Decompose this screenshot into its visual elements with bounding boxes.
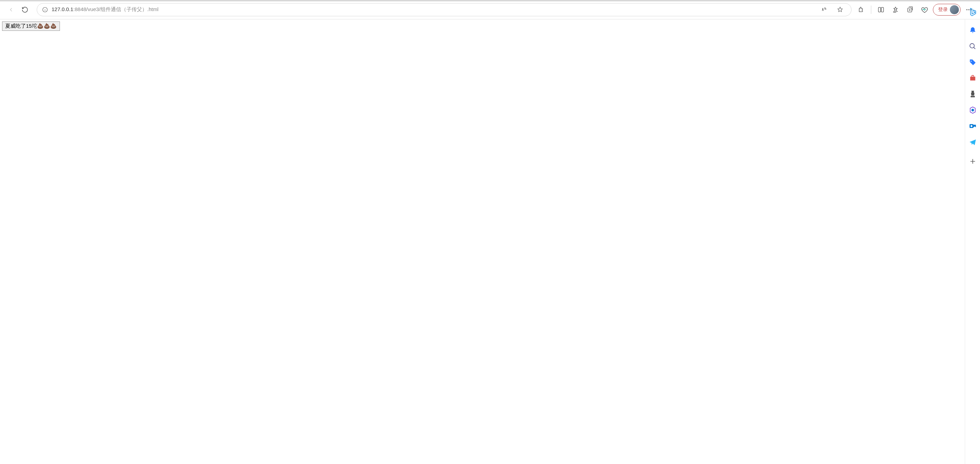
chess-icon bbox=[969, 90, 976, 99]
svg-point-9 bbox=[971, 109, 974, 111]
address-bar[interactable]: 127.0.0.1:8848/vue3/组件通信（子传父）.html bbox=[37, 3, 851, 16]
split-screen-icon bbox=[878, 6, 885, 13]
svg-point-11 bbox=[970, 125, 972, 127]
favorites-list-button[interactable] bbox=[889, 3, 902, 16]
svg-rect-2 bbox=[881, 7, 884, 12]
read-aloud-icon bbox=[821, 6, 828, 13]
svg-rect-1 bbox=[878, 7, 881, 12]
url-port: :8848 bbox=[73, 6, 87, 12]
url-host: 127.0.0.1 bbox=[52, 6, 73, 12]
back-button[interactable] bbox=[6, 4, 17, 15]
plus-icon bbox=[969, 158, 976, 165]
edge-sidebar bbox=[965, 19, 980, 464]
favorite-button[interactable] bbox=[834, 3, 846, 16]
url-path: /vue3/组件通信（子传父）.html bbox=[86, 6, 158, 12]
sidebar-add[interactable] bbox=[968, 157, 978, 166]
sidebar-office[interactable] bbox=[968, 105, 978, 115]
sidebar-telegram[interactable] bbox=[968, 137, 978, 147]
toolbar-divider bbox=[871, 6, 871, 14]
sidebar-search[interactable] bbox=[968, 41, 978, 51]
search-icon bbox=[969, 43, 977, 50]
window-top-strip bbox=[0, 0, 980, 2]
tag-icon bbox=[969, 59, 977, 66]
refresh-button[interactable] bbox=[19, 4, 30, 15]
svg-rect-8 bbox=[970, 96, 975, 97]
bing-icon bbox=[968, 8, 977, 18]
sidebar-toolbox[interactable] bbox=[968, 73, 978, 83]
page-viewport: 夏威吃了15坨💩💩💩 bbox=[0, 19, 980, 464]
puzzle-icon bbox=[858, 6, 865, 13]
info-icon bbox=[42, 6, 48, 13]
collections-button[interactable] bbox=[904, 3, 916, 16]
sidebar-notifications[interactable] bbox=[968, 25, 978, 35]
login-label: 登录 bbox=[938, 6, 948, 13]
browser-toolbar: 127.0.0.1:8848/vue3/组件通信（子传父）.html bbox=[0, 0, 980, 19]
briefcase-icon bbox=[969, 75, 977, 82]
login-button[interactable]: 登录 bbox=[933, 4, 961, 16]
collections-icon bbox=[907, 6, 913, 13]
svg-point-7 bbox=[970, 44, 974, 48]
toolbar-right: 登录 bbox=[855, 3, 977, 16]
url-display: 127.0.0.1:8848/vue3/组件通信（子传父）.html bbox=[52, 6, 815, 13]
extensions-button[interactable] bbox=[855, 3, 867, 16]
address-bar-actions bbox=[819, 3, 846, 16]
performance-button[interactable] bbox=[918, 3, 931, 16]
sidebar-games[interactable] bbox=[968, 89, 978, 99]
office-icon bbox=[969, 106, 977, 114]
user-avatar bbox=[950, 5, 959, 14]
send-icon bbox=[969, 138, 977, 146]
outlook-icon bbox=[969, 122, 977, 130]
bing-sidebar-toggle[interactable] bbox=[967, 7, 978, 19]
favorites-list-icon bbox=[892, 6, 899, 13]
split-screen-button[interactable] bbox=[875, 3, 887, 16]
read-aloud-button[interactable] bbox=[819, 3, 831, 16]
arrow-left-icon bbox=[8, 6, 14, 13]
sidebar-outlook[interactable] bbox=[968, 121, 978, 131]
refresh-icon bbox=[21, 6, 29, 13]
star-icon bbox=[837, 6, 843, 13]
nav-controls bbox=[3, 4, 33, 15]
heartbeat-icon bbox=[921, 6, 928, 13]
sidebar-shopping[interactable] bbox=[968, 57, 978, 67]
bell-icon bbox=[969, 27, 977, 34]
main-button[interactable]: 夏威吃了15坨💩💩💩 bbox=[2, 21, 60, 31]
